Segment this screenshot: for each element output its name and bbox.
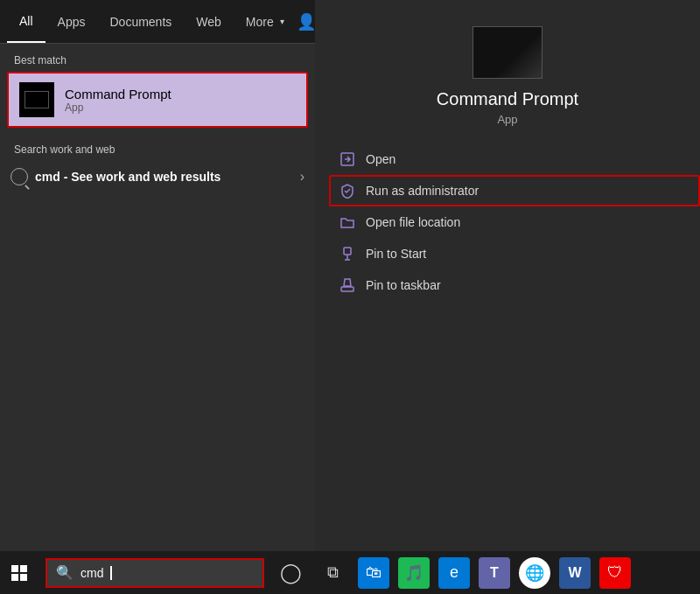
best-match-label: Best match: [0, 44, 315, 72]
action-open-label: Open: [366, 152, 396, 166]
cmd-web-suffix: - See work and web results: [60, 170, 221, 184]
folder-icon: [340, 214, 355, 230]
windows-logo-icon: [11, 565, 27, 581]
taskbar-icons: ◯ ⧉ 🛍 🎵 e T 🌐 W 🛡: [271, 554, 634, 592]
start-button[interactable]: [0, 554, 38, 592]
cmd-result-item[interactable]: Command Prompt App: [7, 72, 308, 128]
action-open[interactable]: Open: [329, 143, 700, 175]
action-run-admin[interactable]: Run as administrator: [329, 175, 700, 206]
cortana-button[interactable]: ◯: [271, 554, 310, 592]
shield-icon: [340, 183, 355, 199]
tab-web[interactable]: Web: [184, 0, 234, 43]
search-panel: All Apps Documents Web More ▾ 👤 ··· Best…: [0, 0, 315, 551]
action-pin-taskbar[interactable]: Pin to taskbar: [329, 269, 700, 301]
action-run-admin-label: Run as administrator: [366, 184, 479, 198]
edge-icon: e: [450, 563, 458, 582]
word-icon: W: [568, 565, 581, 581]
open-icon: [340, 151, 355, 167]
edge-icon-button[interactable]: e: [438, 557, 470, 589]
taskbar-search-text: cmd: [80, 566, 103, 580]
task-view-icon: ⧉: [327, 563, 339, 582]
taskbar: 🔍 cmd ◯ ⧉ 🛍 🎵 e T 🌐 W 🛡: [0, 551, 700, 594]
cmd-text-block: Command Prompt App: [65, 87, 172, 114]
taskbar-search-box[interactable]: 🔍 cmd: [46, 558, 264, 588]
cmd-app-icon-box: [19, 82, 54, 117]
task-view-button[interactable]: ⧉: [313, 554, 352, 592]
word-icon-button[interactable]: W: [559, 557, 591, 589]
app-title: Command Prompt: [437, 89, 578, 109]
action-pin-start[interactable]: Pin to Start: [329, 238, 700, 269]
antivirus-icon-button[interactable]: 🛡: [599, 557, 631, 589]
spotify-icon-button[interactable]: 🎵: [398, 557, 430, 589]
search-web-label: Search work and web: [0, 131, 315, 161]
cmd-app-name: Command Prompt: [65, 87, 172, 101]
cmd-query-text: cmd: [35, 170, 60, 184]
pin-icon: [340, 246, 355, 262]
action-open-location-label: Open file location: [366, 215, 460, 229]
teams-icon: T: [490, 565, 499, 581]
tab-documents[interactable]: Documents: [97, 0, 184, 43]
tab-more[interactable]: More ▾: [234, 0, 297, 43]
cortana-icon: ◯: [280, 562, 302, 584]
store-icon-button[interactable]: 🛍: [358, 557, 389, 589]
app-icon-large: [472, 26, 542, 79]
chrome-icon-button[interactable]: 🌐: [519, 557, 550, 589]
svg-rect-1: [344, 248, 351, 255]
cmd-app-type: App: [65, 101, 172, 114]
cmd-app-icon: [24, 91, 49, 108]
store-icon: 🛍: [366, 563, 382, 582]
app-subtitle: App: [497, 113, 517, 126]
taskbar-cursor: [110, 566, 112, 580]
action-pin-taskbar-label: Pin to taskbar: [366, 278, 441, 292]
action-list: Open Run as administrator Open file loca…: [315, 143, 700, 301]
cmd-web-row[interactable]: cmd - See work and web results ›: [0, 161, 315, 192]
tabs-bar: All Apps Documents Web More ▾ 👤 ···: [0, 0, 315, 44]
right-panel: Command Prompt App Open Run as administr…: [315, 0, 700, 551]
search-circle-icon: [10, 168, 28, 185]
tab-all[interactable]: All: [7, 0, 46, 43]
person-icon[interactable]: 👤: [297, 12, 316, 31]
action-open-location[interactable]: Open file location: [329, 206, 700, 238]
tab-apps[interactable]: Apps: [46, 0, 98, 43]
cmd-web-text: cmd - See work and web results: [35, 170, 220, 184]
antivirus-icon: 🛡: [607, 563, 623, 582]
taskbar-pin-icon: [340, 277, 355, 293]
taskbar-search-icon: 🔍: [56, 564, 74, 581]
svg-rect-4: [341, 287, 354, 291]
app-icon-large-inner: [473, 27, 542, 78]
arrow-right-icon: ›: [300, 169, 304, 185]
chrome-icon: 🌐: [525, 563, 544, 583]
spotify-icon: 🎵: [404, 563, 424, 583]
chevron-down-icon: ▾: [280, 17, 284, 26]
teams-icon-button[interactable]: T: [479, 557, 510, 589]
action-pin-start-label: Pin to Start: [366, 247, 426, 261]
